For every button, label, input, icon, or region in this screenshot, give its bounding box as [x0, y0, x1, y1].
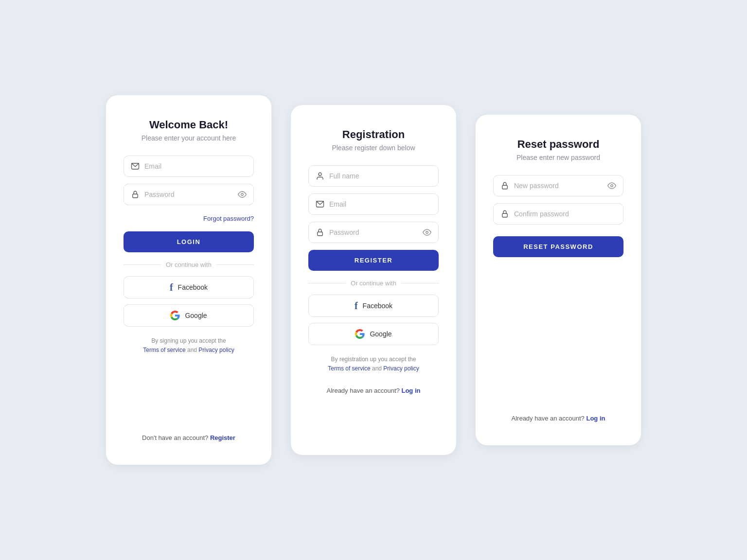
password-input-wrapper: [124, 184, 254, 205]
login-card: Welcome Back! Please enter your account …: [106, 95, 271, 465]
reset-bottom-link: Already have an account? Log in: [512, 403, 605, 422]
google-register-button[interactable]: Google: [308, 323, 439, 345]
svg-point-2: [241, 193, 244, 196]
register-divider-line-right: [401, 283, 439, 283]
register-terms: By registration up you accept the Terms …: [328, 355, 419, 373]
login-button[interactable]: LOGIN: [124, 231, 254, 252]
divider-line-right: [216, 264, 254, 265]
confirm-password-input[interactable]: [514, 210, 616, 218]
register-link[interactable]: Register: [210, 434, 235, 441]
google-icon: [170, 311, 180, 320]
login-link[interactable]: Log in: [401, 387, 420, 394]
reset-title: Reset password: [517, 138, 600, 151]
fullname-field-group: [308, 165, 439, 187]
email-input[interactable]: [144, 162, 247, 170]
new-password-input-wrapper: [493, 175, 623, 196]
register-password-input-wrapper: [308, 222, 439, 243]
login-title: Welcome Back!: [149, 119, 228, 131]
email-input-wrapper: [124, 156, 254, 177]
svg-point-6: [426, 231, 428, 234]
register-email-field-group: [308, 193, 439, 215]
email-field-group: [124, 156, 254, 177]
confirm-password-field-group: [493, 203, 623, 225]
privacy-link[interactable]: Privacy policy: [198, 347, 234, 353]
login-terms: By signing up you accept the Terms of se…: [143, 336, 234, 355]
register-email-input-wrapper: [308, 193, 439, 215]
login-divider: Or continue with: [124, 261, 254, 268]
register-lock-icon: [316, 228, 324, 237]
register-button[interactable]: REGISTER: [308, 250, 439, 271]
facebook-register-button[interactable]: f Facebook: [308, 295, 439, 317]
register-password-input[interactable]: [329, 228, 423, 236]
lock-icon: [131, 190, 140, 199]
reset-subtitle: Please enter new password: [516, 154, 600, 161]
register-divider-text: Or continue with: [351, 280, 396, 287]
login-bottom-link: Don't have an account? Register: [142, 422, 235, 441]
reset-password-button[interactable]: RESET PASSWORD: [493, 236, 623, 257]
svg-point-3: [319, 173, 321, 175]
divider-line-left: [124, 264, 161, 265]
confirm-password-lock-icon: [500, 210, 509, 218]
register-card: Registration Please register down below: [291, 105, 456, 455]
register-subtitle: Please register down below: [332, 144, 415, 152]
terms-link[interactable]: Terms of service: [143, 347, 185, 353]
reset-card: Reset password Please enter new password: [476, 115, 641, 445]
new-password-input[interactable]: [514, 182, 607, 190]
fullname-input-wrapper: [308, 165, 439, 187]
google-label: Google: [185, 312, 207, 319]
register-email-icon: [316, 200, 324, 209]
register-google-icon: [355, 329, 365, 339]
facebook-icon: f: [170, 282, 173, 292]
svg-point-8: [611, 185, 613, 187]
reset-login-link[interactable]: Log in: [586, 415, 605, 422]
user-icon: [316, 172, 324, 180]
register-facebook-label: Facebook: [363, 302, 392, 310]
password-field-group: [124, 184, 254, 205]
register-privacy-link[interactable]: Privacy policy: [383, 365, 419, 372]
register-email-input[interactable]: [329, 200, 431, 208]
register-password-field-group: [308, 222, 439, 243]
svg-rect-5: [318, 232, 323, 236]
register-terms-link[interactable]: Terms of service: [328, 365, 370, 372]
register-google-label: Google: [370, 330, 391, 338]
register-facebook-icon: f: [355, 301, 358, 311]
password-input[interactable]: [144, 191, 238, 198]
new-password-eye-icon[interactable]: [607, 181, 616, 190]
fullname-input[interactable]: [329, 172, 431, 180]
svg-rect-1: [133, 194, 138, 198]
email-icon: [131, 162, 140, 171]
forgot-password-link-wrapper: Forgot password?: [124, 214, 254, 223]
register-title: Registration: [342, 128, 405, 141]
facebook-login-button[interactable]: f Facebook: [124, 276, 254, 298]
register-divider: Or continue with: [308, 280, 439, 287]
divider-text: Or continue with: [166, 261, 212, 268]
facebook-label: Facebook: [178, 283, 208, 291]
new-password-field-group: [493, 175, 623, 196]
register-bottom-link: Already have an account? Log in: [327, 375, 421, 394]
register-divider-line-left: [308, 283, 346, 283]
eye-icon[interactable]: [238, 190, 247, 199]
register-eye-icon[interactable]: [423, 228, 431, 237]
svg-rect-9: [502, 213, 508, 217]
svg-rect-7: [502, 185, 508, 189]
login-subtitle: Please enter your account here: [142, 134, 236, 142]
confirm-password-input-wrapper: [493, 203, 623, 225]
google-login-button[interactable]: Google: [124, 304, 254, 327]
new-password-lock-icon: [500, 181, 509, 190]
forgot-password-link[interactable]: Forgot password?: [203, 215, 254, 222]
